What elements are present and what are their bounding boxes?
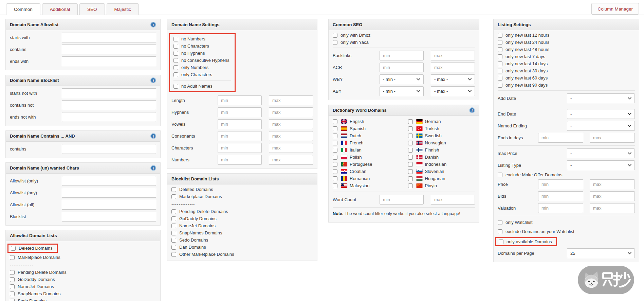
- checkbox-only-new-last-12-hours[interactable]: [498, 33, 502, 38]
- checkbox-only-new-last-90-days[interactable]: [498, 83, 502, 88]
- checkbox-other-marketplace-domains[interactable]: [171, 252, 176, 257]
- settings-consonants-min-input[interactable]: [218, 131, 262, 141]
- checkbox-marketplace-domains[interactable]: [10, 255, 15, 260]
- info-icon[interactable]: i: [150, 133, 156, 139]
- checkbox-godaddy-domains[interactable]: [171, 216, 176, 221]
- info-icon[interactable]: i: [150, 165, 156, 171]
- unwanted-chars-blocklist-input[interactable]: [62, 212, 156, 222]
- checkbox-no-consecutive-hyphens[interactable]: [173, 58, 178, 63]
- checkbox-only-available-domains[interactable]: [499, 240, 503, 244]
- checkbox-marketplace-domains[interactable]: [171, 194, 176, 199]
- info-icon[interactable]: i: [469, 107, 475, 113]
- checkbox-exclude-make-offer-domains[interactable]: [498, 173, 502, 177]
- checkbox-sedo-domains[interactable]: [171, 238, 176, 243]
- settings-hyphens-max-input[interactable]: [269, 107, 313, 117]
- unwanted-chars-allowlist-only-input[interactable]: [62, 176, 156, 186]
- tab-majestic[interactable]: Majestic: [107, 3, 139, 15]
- seo-backlinks-max-input[interactable]: [431, 51, 475, 60]
- listing-domains-per-page-select[interactable]: 25: [567, 248, 635, 258]
- seo-acr-max-input[interactable]: [431, 63, 475, 72]
- allowlist-starts-with-input[interactable]: [62, 33, 156, 42]
- checkbox-spanish[interactable]: [333, 126, 337, 131]
- checkbox-deleted-domains[interactable]: [11, 246, 16, 251]
- checkbox-only-new-last-7-days[interactable]: [498, 54, 502, 59]
- settings-length-min-input[interactable]: [218, 95, 262, 105]
- checkbox-slovenian[interactable]: [408, 169, 413, 174]
- listing-end-date-select[interactable]: -: [567, 109, 635, 119]
- unwanted-chars-allowlist-all-input[interactable]: [62, 200, 156, 210]
- allowlist-ends-with-input[interactable]: [62, 56, 156, 66]
- settings-numbers-min-input[interactable]: [218, 155, 262, 165]
- checkbox-swedish[interactable]: [408, 134, 413, 138]
- checkbox-only-new-last-48-hours[interactable]: [498, 47, 502, 52]
- settings-length-max-input[interactable]: [269, 95, 313, 105]
- checkbox-pending-delete-domains[interactable]: [10, 270, 15, 275]
- checkbox-polish[interactable]: [333, 155, 337, 160]
- checkbox-pinyin[interactable]: [408, 183, 413, 188]
- blocklist-contains-not-input[interactable]: [62, 100, 156, 110]
- checkbox-only-with-yaca[interactable]: [333, 40, 337, 45]
- listing-ends-in-days-min-input[interactable]: [538, 133, 583, 143]
- checkbox-italian[interactable]: [333, 148, 337, 153]
- checkbox-turkish[interactable]: [408, 126, 413, 131]
- tab-additional[interactable]: Additional: [42, 3, 78, 15]
- checkbox-only-characters[interactable]: [173, 72, 178, 77]
- dictionary-word-count-min-input[interactable]: [380, 195, 424, 205]
- checkbox-no-adult-names[interactable]: [173, 84, 178, 89]
- checkbox-dan-domains[interactable]: [171, 245, 176, 250]
- unwanted-chars-allowlist-any-input[interactable]: [62, 188, 156, 198]
- tab-seo[interactable]: SEO: [79, 3, 105, 15]
- listing-price-min-input[interactable]: [538, 179, 583, 189]
- checkbox-pending-delete-domains[interactable]: [171, 209, 176, 214]
- settings-characters-max-input[interactable]: [269, 143, 313, 153]
- listing-valuation-max-input[interactable]: [590, 203, 635, 213]
- checkbox-namejet-domains[interactable]: [10, 284, 15, 289]
- blocklist-ends-not-with-input[interactable]: [62, 112, 156, 122]
- checkbox-godaddy-domains[interactable]: [10, 277, 15, 282]
- checkbox-indonesian[interactable]: [408, 162, 413, 167]
- listing-add-date-select[interactable]: -: [567, 93, 635, 103]
- seo-backlinks-min-input[interactable]: [380, 51, 424, 60]
- seo-acr-min-input[interactable]: [380, 63, 424, 72]
- checkbox-no-numbers[interactable]: [173, 37, 178, 41]
- checkbox-danish[interactable]: [408, 155, 413, 160]
- listing-max-price-select[interactable]: -: [567, 148, 635, 158]
- seo-wby-max-select[interactable]: - max -: [431, 74, 475, 84]
- info-icon[interactable]: i: [150, 77, 156, 83]
- checkbox-namejet-domains[interactable]: [171, 224, 176, 228]
- column-manager-button[interactable]: Column Manager: [591, 3, 639, 15]
- seo-aby-max-select[interactable]: - max -: [431, 86, 475, 96]
- listing-named-ending-select[interactable]: -: [567, 121, 635, 131]
- contains-and-contains-input[interactable]: [62, 144, 156, 154]
- checkbox-only-new-last-14-days[interactable]: [498, 61, 502, 66]
- listing-bids-max-input[interactable]: [590, 191, 635, 201]
- checkbox-hungarian[interactable]: [408, 176, 413, 181]
- settings-numbers-max-input[interactable]: [269, 155, 313, 165]
- checkbox-sedo-domains[interactable]: [10, 299, 15, 301]
- checkbox-malaysian[interactable]: [333, 183, 337, 188]
- checkbox-deleted-domains[interactable]: [171, 187, 176, 192]
- listing-price-max-input[interactable]: [590, 179, 635, 189]
- info-icon[interactable]: i: [150, 22, 156, 28]
- checkbox-romanian[interactable]: [333, 176, 337, 181]
- checkbox-no-hyphens[interactable]: [173, 51, 178, 56]
- checkbox-english[interactable]: [333, 119, 337, 124]
- checkbox-portuguese[interactable]: [333, 162, 337, 167]
- settings-characters-min-input[interactable]: [218, 143, 262, 153]
- settings-consonants-max-input[interactable]: [269, 131, 313, 141]
- tab-common[interactable]: Common: [6, 3, 40, 15]
- listing-valuation-min-input[interactable]: [538, 203, 583, 213]
- checkbox-finnish[interactable]: [408, 148, 413, 153]
- checkbox-norwegian[interactable]: [408, 141, 413, 145]
- listing-listing-type-select[interactable]: -: [567, 160, 635, 170]
- listing-bids-min-input[interactable]: [538, 191, 583, 201]
- checkbox-no-characters[interactable]: [173, 44, 178, 49]
- listing-ends-in-days-max-input[interactable]: [590, 133, 635, 143]
- checkbox-exclude-domains-on-your-watchlist[interactable]: [498, 229, 502, 234]
- seo-aby-min-select[interactable]: - min -: [380, 86, 424, 96]
- checkbox-snapnames-domains[interactable]: [171, 231, 176, 235]
- settings-hyphens-min-input[interactable]: [218, 107, 262, 117]
- settings-vowels-min-input[interactable]: [218, 119, 262, 129]
- checkbox-only-numbers[interactable]: [173, 65, 178, 70]
- checkbox-dutch[interactable]: [333, 134, 337, 138]
